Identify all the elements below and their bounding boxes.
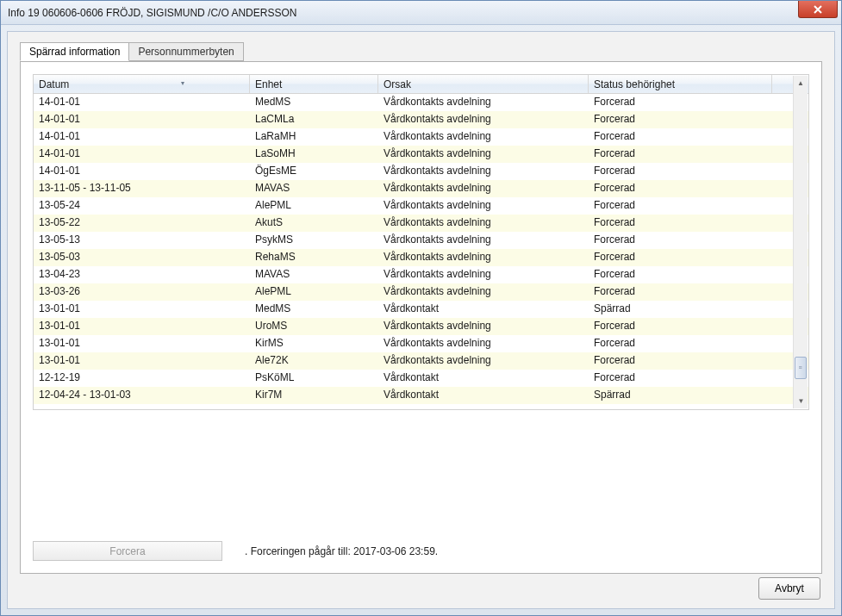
column-header-status[interactable]: Status behörighet (589, 75, 772, 93)
cell-orsak: Vårdkontakts avdelning (378, 94, 589, 111)
cell-enhet: AlePML (250, 283, 378, 301)
cell-status: Forcerad (589, 318, 772, 335)
table-row[interactable]: 14-01-01LaCMLaVårdkontakts avdelningForc… (34, 111, 808, 128)
cell-orsak: Vårdkontakts avdelning (378, 197, 589, 215)
table-row[interactable]: 14-01-01LaSoMHVårdkontakts avdelningForc… (34, 146, 808, 163)
cell-enhet: MAVAS (250, 266, 378, 283)
cell-enhet: LaRaMH (250, 128, 378, 146)
cell-status: Forcerad (589, 215, 772, 232)
cell-orsak: Vårdkontakts avdelning (378, 318, 589, 335)
cell-orsak: Vårdkontakts avdelning (378, 249, 589, 266)
scroll-down-arrow-icon[interactable]: ▼ (795, 394, 808, 408)
cell-enhet: MAVAS (250, 180, 378, 197)
avbryt-button[interactable]: Avbryt (758, 577, 820, 600)
cell-datum: 12-12-19 (34, 370, 250, 387)
cell-enhet: MedMS (250, 94, 378, 111)
cell-datum: 14-01-01 (34, 146, 250, 163)
cell-orsak: Vårdkontakt (378, 370, 589, 387)
cell-datum: 14-01-01 (34, 128, 250, 146)
cell-datum: 14-01-01 (34, 163, 250, 180)
cell-orsak: Vårdkontakts avdelning (378, 335, 589, 352)
table-row[interactable]: 13-11-05 - 13-11-05MAVASVårdkontakts avd… (34, 180, 808, 197)
sort-indicator-icon: ▾ (181, 79, 184, 87)
cell-datum: 14-01-01 (34, 94, 250, 111)
table-row[interactable]: 13-01-01Ale72KVårdkontakts avdelningForc… (34, 352, 808, 370)
column-header-orsak[interactable]: Orsak (378, 75, 589, 93)
tab-personnummerbyten[interactable]: Personnummerbyten (128, 42, 243, 61)
table-row[interactable]: 13-05-13PsykMSVårdkontakts avdelningForc… (34, 232, 808, 249)
cell-datum: 13-01-01 (34, 352, 250, 370)
table-row[interactable]: 13-05-22AkutSVårdkontakts avdelningForce… (34, 215, 808, 232)
table-row[interactable]: 13-01-01KirMSVårdkontakts avdelningForce… (34, 335, 808, 352)
cell-enhet: MedMS (250, 301, 378, 318)
grid: Datum ▾ Enhet Orsak Status behörighet 14… (33, 74, 809, 410)
column-header-enhet[interactable]: Enhet (250, 75, 378, 93)
cell-status: Forcerad (589, 128, 772, 146)
table-row[interactable]: 12-04-24 - 13-01-03Kir7MVårdkontaktSpärr… (34, 387, 808, 404)
table-row[interactable]: 14-01-01LaRaMHVårdkontakts avdelningForc… (34, 128, 808, 146)
tabstrip: Spärrad information Personnummerbyten (20, 42, 822, 61)
cell-datum: 13-03-26 (34, 283, 250, 301)
cell-status: Spärrad (589, 301, 772, 318)
cell-orsak: Vårdkontakts avdelning (378, 352, 589, 370)
cell-status: Forcerad (589, 180, 772, 197)
cell-datum: 13-04-23 (34, 266, 250, 283)
scrollbar-thumb[interactable]: ≡ (795, 357, 807, 379)
cell-status: Spärrad (589, 387, 772, 404)
table-row[interactable]: 14-01-01ÖgEsMEVårdkontakts avdelningForc… (34, 163, 808, 180)
cell-status: Forcerad (589, 232, 772, 249)
cell-datum: 13-05-24 (34, 197, 250, 215)
cell-orsak: Vårdkontakt (378, 301, 589, 318)
cell-enhet: KirMS (250, 335, 378, 352)
cell-enhet: UroMS (250, 318, 378, 335)
cell-datum: 13-01-01 (34, 335, 250, 352)
table-row[interactable]: 13-05-03RehaMSVårdkontakts avdelningForc… (34, 249, 808, 266)
cell-orsak: Vårdkontakts avdelning (378, 128, 589, 146)
cell-datum: 13-11-05 - 13-11-05 (34, 180, 250, 197)
cell-orsak: Vårdkontakts avdelning (378, 266, 589, 283)
cell-datum: 13-01-01 (34, 301, 250, 318)
table-row[interactable]: 13-05-24AlePMLVårdkontakts avdelningForc… (34, 197, 808, 215)
cell-status: Forcerad (589, 146, 772, 163)
cell-status: Forcerad (589, 283, 772, 301)
table-row[interactable]: 12-12-19PsKöMLVårdkontaktForcerad (34, 370, 808, 387)
vertical-scrollbar[interactable]: ▲ ≡ ▼ (793, 76, 808, 408)
cell-datum: 14-01-01 (34, 111, 250, 128)
cell-status: Forcerad (589, 163, 772, 180)
cell-enhet: ÖgEsME (250, 163, 378, 180)
cell-status: Forcerad (589, 335, 772, 352)
scrollbar-track[interactable]: ≡ (795, 91, 807, 393)
client-area: Spärrad information Personnummerbyten Da… (7, 31, 835, 609)
cell-status: Forcerad (589, 370, 772, 387)
cell-enhet: PsKöML (250, 370, 378, 387)
cell-orsak: Vårdkontakts avdelning (378, 146, 589, 163)
table-row[interactable]: 14-01-01MedMSVårdkontakts avdelningForce… (34, 94, 808, 111)
cell-datum: 13-05-22 (34, 215, 250, 232)
table-row[interactable]: 13-03-26AlePMLVårdkontakts avdelningForc… (34, 283, 808, 301)
cell-enhet: LaCMLa (250, 111, 378, 128)
close-button[interactable] (798, 1, 838, 18)
grid-body: 14-01-01MedMSVårdkontakts avdelningForce… (34, 94, 808, 409)
scroll-up-arrow-icon[interactable]: ▲ (795, 76, 808, 90)
cell-datum: 13-05-13 (34, 232, 250, 249)
cell-status: Forcerad (589, 266, 772, 283)
table-row[interactable]: 13-01-01MedMSVårdkontaktSpärrad (34, 301, 808, 318)
cell-status: Forcerad (589, 249, 772, 266)
cell-status: Forcerad (589, 197, 772, 215)
table-row[interactable]: 13-04-23MAVASVårdkontakts avdelningForce… (34, 266, 808, 283)
cell-enhet: LaSoMH (250, 146, 378, 163)
tabpanel-sparrad: Datum ▾ Enhet Orsak Status behörighet 14… (20, 61, 822, 574)
cell-enhet: Kir7M (250, 387, 378, 404)
titlebar[interactable]: Info 19 060606-0606 FRÖJD, SIGISMUND /C/… (1, 1, 841, 25)
cell-enhet: AlePML (250, 197, 378, 215)
table-row[interactable]: 13-01-01UroMSVårdkontakts avdelningForce… (34, 318, 808, 335)
cell-orsak: Vårdkontakts avdelning (378, 163, 589, 180)
tab-sparrad-information[interactable]: Spärrad information (20, 42, 129, 61)
forcera-button: Forcera (33, 541, 222, 561)
cell-datum: 13-05-03 (34, 249, 250, 266)
column-header-datum[interactable]: Datum ▾ (34, 75, 250, 93)
tabs-container: Spärrad information Personnummerbyten Da… (20, 42, 822, 576)
cell-orsak: Vårdkontakts avdelning (378, 215, 589, 232)
cell-status: Forcerad (589, 111, 772, 128)
cell-datum: 13-01-01 (34, 318, 250, 335)
